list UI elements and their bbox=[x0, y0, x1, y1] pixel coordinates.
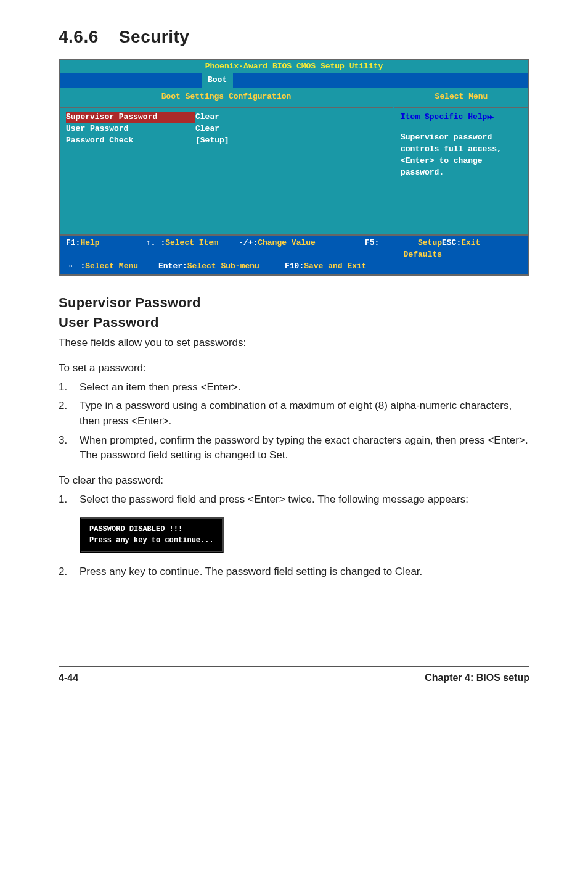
bios-settings-list: Supervisor Password Clear User Password … bbox=[60, 108, 393, 234]
f5-key: F5: bbox=[365, 237, 379, 261]
updown-key: ↑↓ : bbox=[146, 237, 165, 261]
f5-label: Setup Defaults bbox=[379, 237, 442, 261]
step-text: When prompted, confirm the password by t… bbox=[80, 433, 529, 463]
page-number: 4-44 bbox=[59, 670, 78, 685]
triangle-right-icon: ▶▶ bbox=[487, 113, 492, 121]
step-text: Select the password field and press <Ent… bbox=[80, 492, 468, 508]
bios-row-value: Clear bbox=[195, 123, 219, 135]
page-footer: 4-44 Chapter 4: BIOS setup bbox=[59, 666, 529, 685]
intro-text: These fields allow you to set passwords: bbox=[59, 336, 529, 351]
list-item: 3.When prompted, confirm the password by… bbox=[59, 433, 529, 463]
list-item: 2.Press any key to continue. The passwor… bbox=[59, 564, 529, 580]
section-heading: 4.6.6 Security bbox=[59, 25, 529, 50]
bios-help-heading: Item Specific Help▶▶ bbox=[401, 112, 522, 123]
updown-label: Select Item bbox=[165, 237, 218, 261]
bios-row-label: Supervisor Password bbox=[66, 112, 195, 123]
list-item: 2.Type in a password using a combination… bbox=[59, 398, 529, 429]
esc-key: ESC: bbox=[442, 237, 461, 261]
clear-password-steps-contd: 2.Press any key to continue. The passwor… bbox=[59, 564, 529, 580]
to-set-password-label: To set a password: bbox=[59, 361, 529, 376]
section-title-text: Security bbox=[119, 27, 190, 46]
leftright-label: Select Menu bbox=[85, 261, 138, 273]
f1-key: F1: bbox=[66, 237, 80, 261]
bios-row-supervisor-password[interactable]: Supervisor Password Clear bbox=[66, 112, 386, 123]
esc-label: Exit bbox=[461, 237, 480, 261]
plusminus-label: Change Value bbox=[258, 237, 316, 261]
clear-password-steps: 1.Select the password field and press <E… bbox=[59, 492, 529, 508]
f10-label: Save and Exit bbox=[304, 261, 366, 273]
plusminus-key: -/+: bbox=[239, 237, 258, 261]
set-password-steps: 1.Select an item then press <Enter>. 2.T… bbox=[59, 380, 529, 463]
to-clear-password-label: To clear the password: bbox=[59, 473, 529, 489]
f10-key: F10: bbox=[285, 261, 304, 273]
list-item: 1.Select the password field and press <E… bbox=[59, 492, 529, 508]
password-disabled-text: PASSWORD DISABLED !!! Press any key to c… bbox=[83, 521, 220, 550]
bios-row-password-check[interactable]: Password Check [Setup] bbox=[66, 135, 386, 147]
f1-label: Help bbox=[80, 237, 99, 261]
bios-help-panel: Item Specific Help▶▶ Supervisor password… bbox=[394, 108, 528, 234]
leftright-key: →← : bbox=[66, 261, 85, 273]
enter-label: Select Sub-menu bbox=[187, 261, 259, 273]
enter-key: Enter: bbox=[158, 261, 187, 273]
bios-menubar: Boot bbox=[60, 73, 528, 88]
step-text: Type in a password using a combination o… bbox=[80, 398, 529, 429]
heading-supervisor-password: Supervisor Password bbox=[59, 293, 529, 313]
heading-user-password: User Password bbox=[59, 313, 529, 332]
bios-row-label: Password Check bbox=[66, 135, 195, 147]
bios-footer-keys: F1:Help ↑↓ : Select Item -/+: Change Val… bbox=[60, 234, 528, 274]
bios-utility-title: Phoenix-Award BIOS CMOS Setup Utility bbox=[60, 60, 528, 74]
bios-row-value: Clear bbox=[195, 112, 219, 123]
step-text: Press any key to continue. The password … bbox=[80, 564, 422, 580]
bios-screenshot: Phoenix-Award BIOS CMOS Setup Utility Bo… bbox=[59, 59, 529, 276]
bios-row-user-password[interactable]: User Password Clear bbox=[66, 123, 386, 135]
bios-right-panel-title: Select Menu bbox=[394, 88, 528, 108]
step-text: Select an item then press <Enter>. bbox=[80, 380, 241, 395]
section-number: 4.6.6 bbox=[59, 27, 99, 46]
bios-row-value: [Setup] bbox=[195, 135, 229, 147]
bios-tab-boot[interactable]: Boot bbox=[202, 73, 233, 88]
chapter-title: Chapter 4: BIOS setup bbox=[425, 670, 529, 685]
bios-row-label: User Password bbox=[66, 123, 195, 135]
list-item: 1.Select an item then press <Enter>. bbox=[59, 380, 529, 395]
bios-help-body: Supervisor password controls full access… bbox=[401, 132, 522, 178]
password-disabled-dialog: PASSWORD DISABLED !!! Press any key to c… bbox=[80, 517, 529, 553]
bios-left-panel-title: Boot Settings Configuration bbox=[60, 88, 393, 108]
